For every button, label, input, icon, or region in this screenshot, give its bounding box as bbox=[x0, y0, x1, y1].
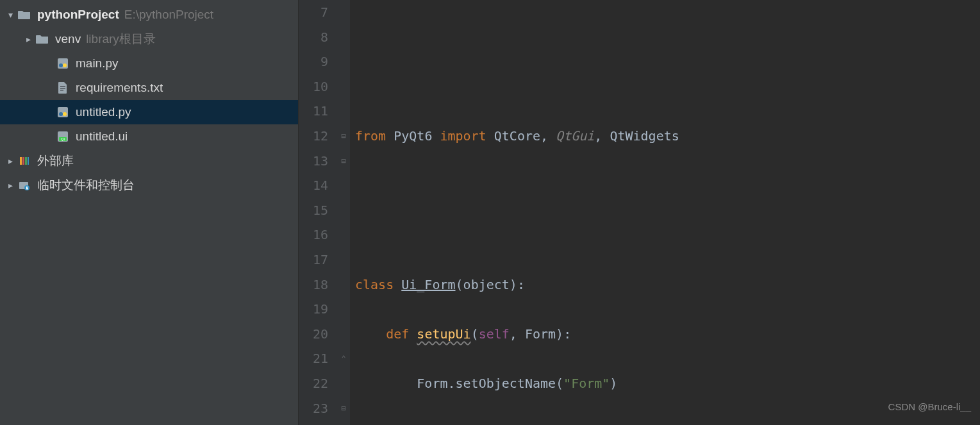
tree-item-label: 外部库 bbox=[37, 153, 74, 169]
svg-point-2 bbox=[63, 63, 67, 67]
tree-item-hint: library根目录 bbox=[86, 31, 156, 47]
svg-rect-0 bbox=[58, 58, 68, 69]
svg-text:Qt: Qt bbox=[61, 137, 65, 141]
tree-item-requirements[interactable]: ▸ requirements.txt bbox=[0, 76, 298, 100]
tree-item-label: venv bbox=[55, 32, 81, 46]
text-file-icon bbox=[55, 82, 71, 94]
tree-item-label: requirements.txt bbox=[76, 81, 163, 95]
watermark: CSDN @Bruce-li__ bbox=[888, 395, 971, 420]
python-file-icon bbox=[55, 58, 71, 69]
tree-root-name: pythonProject bbox=[37, 8, 119, 22]
project-tree[interactable]: ▾ pythonProject E:\pythonProject ▸ venv … bbox=[0, 0, 299, 425]
svg-rect-18 bbox=[26, 187, 28, 188]
chevron-right-icon: ▸ bbox=[22, 34, 35, 44]
svg-point-1 bbox=[59, 63, 63, 67]
svg-rect-3 bbox=[60, 86, 65, 87]
chevron-right-icon: ▸ bbox=[4, 180, 17, 190]
tree-scratches[interactable]: ▸ 临时文件和控制台 bbox=[0, 173, 298, 197]
qt-file-icon: Qt bbox=[55, 131, 71, 142]
gutter: 78910 11121314 15161718 19202122 23 bbox=[299, 0, 337, 425]
tree-item-untitled-ui[interactable]: ▸ Qt untitled.ui bbox=[0, 124, 298, 149]
libraries-icon bbox=[17, 155, 32, 167]
svg-rect-15 bbox=[28, 157, 29, 165]
chevron-down-icon: ▾ bbox=[4, 10, 17, 20]
chevron-right-icon: ▸ bbox=[4, 156, 17, 166]
folder-icon bbox=[17, 10, 32, 20]
tree-item-untitled-py[interactable]: ▸ untitled.py bbox=[0, 100, 298, 124]
svg-rect-6 bbox=[58, 107, 68, 117]
fold-column[interactable]: ⊟ ⊟ ⌃ ⊟ bbox=[337, 0, 350, 425]
svg-point-8 bbox=[63, 112, 67, 116]
fold-end-icon[interactable]: ⌃ bbox=[337, 346, 350, 371]
tree-item-main-py[interactable]: ▸ main.py bbox=[0, 51, 298, 76]
folder-icon bbox=[35, 34, 50, 44]
svg-rect-4 bbox=[60, 88, 65, 89]
tree-item-venv[interactable]: ▸ venv library根目录 bbox=[0, 27, 298, 51]
python-file-icon bbox=[55, 106, 71, 118]
svg-point-7 bbox=[59, 112, 63, 116]
svg-rect-19 bbox=[26, 188, 28, 190]
svg-rect-14 bbox=[25, 157, 27, 165]
tree-external-libraries[interactable]: ▸ 外部库 bbox=[0, 149, 298, 173]
tree-root-path: E:\pythonProject bbox=[124, 8, 213, 22]
fold-marker-icon[interactable]: ⊟ bbox=[337, 149, 350, 174]
code-editor[interactable]: 78910 11121314 15161718 19202122 23 ⊟ ⊟ … bbox=[299, 0, 980, 425]
fold-marker-icon[interactable]: ⊟ bbox=[337, 124, 350, 149]
svg-rect-5 bbox=[60, 90, 63, 91]
code-area[interactable]: from PyQt6 import QtCore, QtGui, QtWidge… bbox=[350, 0, 980, 425]
tree-item-label: 临时文件和控制台 bbox=[37, 177, 135, 194]
tree-item-label: untitled.py bbox=[76, 105, 131, 119]
tree-item-label: main.py bbox=[76, 56, 119, 71]
svg-rect-12 bbox=[20, 157, 22, 165]
tree-root[interactable]: ▾ pythonProject E:\pythonProject bbox=[0, 3, 298, 27]
fold-marker-icon[interactable]: ⊟ bbox=[337, 396, 350, 421]
tree-item-label: untitled.ui bbox=[76, 129, 128, 144]
svg-rect-13 bbox=[22, 157, 24, 165]
scratches-icon bbox=[17, 179, 32, 191]
